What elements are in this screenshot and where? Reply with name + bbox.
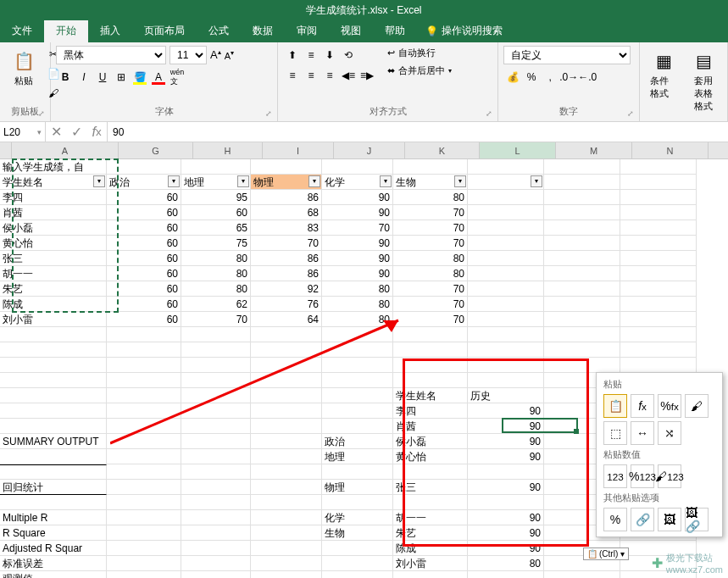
cell[interactable] xyxy=(107,525,181,541)
cell[interactable] xyxy=(468,327,544,342)
cell[interactable]: R Square xyxy=(0,525,107,541)
font-size-select[interactable]: 11 xyxy=(169,46,207,64)
cell[interactable] xyxy=(544,312,620,327)
font-name-select[interactable]: 黑体 xyxy=(56,46,166,64)
cell[interactable]: 86 xyxy=(251,190,322,205)
cell[interactable] xyxy=(620,175,697,190)
cell[interactable]: 90 xyxy=(468,449,544,464)
paste-link-button[interactable]: 🔗 xyxy=(631,508,654,531)
align-bottom-button[interactable]: ⬇ xyxy=(320,46,339,64)
cell[interactable] xyxy=(107,403,181,419)
cell[interactable] xyxy=(107,419,181,434)
cell[interactable] xyxy=(107,358,181,373)
cell[interactable] xyxy=(181,159,251,175)
col-header[interactable]: M xyxy=(556,142,632,158)
cell[interactable]: 70 xyxy=(322,220,393,236)
cell[interactable] xyxy=(322,571,393,578)
cell[interactable] xyxy=(251,464,322,480)
cell[interactable] xyxy=(251,541,322,556)
paste-formatting-button[interactable]: % xyxy=(603,508,627,531)
cell[interactable] xyxy=(0,373,107,388)
paste-options-ctrl-button[interactable]: 📋 (Ctrl) ▾ xyxy=(583,547,629,560)
cell[interactable]: 标准误差 xyxy=(0,556,107,571)
cell[interactable]: 60 xyxy=(107,251,181,266)
cell[interactable] xyxy=(107,480,181,495)
cell[interactable]: 学生姓名▾ xyxy=(0,175,107,190)
cell[interactable]: 黄心怡 xyxy=(393,449,468,464)
tab-data[interactable]: 数据 xyxy=(241,19,285,42)
cell[interactable] xyxy=(251,525,322,541)
cell[interactable] xyxy=(620,358,697,373)
tab-review[interactable]: 审阅 xyxy=(285,19,329,42)
cell[interactable] xyxy=(468,571,544,578)
cell[interactable]: 70 xyxy=(393,205,468,220)
cell[interactable] xyxy=(181,480,251,495)
cell[interactable] xyxy=(251,449,322,464)
cell[interactable]: 物理▾ xyxy=(251,175,322,190)
font-launcher[interactable]: ⤢ xyxy=(265,109,272,118)
cell[interactable] xyxy=(544,236,620,251)
cell[interactable] xyxy=(393,571,468,578)
align-right-button[interactable]: ≡ xyxy=(320,66,339,85)
cell[interactable]: 生物 xyxy=(322,525,393,541)
cell[interactable] xyxy=(251,495,322,510)
paste-values-source-button[interactable]: 🖌123 xyxy=(658,464,681,488)
cell[interactable] xyxy=(251,510,322,525)
cell[interactable]: 90 xyxy=(322,266,393,281)
cell[interactable]: 92 xyxy=(251,281,322,297)
align-center-button[interactable]: ≡ xyxy=(302,66,320,85)
cell[interactable]: 90 xyxy=(322,205,393,220)
cell[interactable] xyxy=(251,358,322,373)
cell[interactable]: 60 xyxy=(107,297,181,312)
cell[interactable]: 张三 xyxy=(393,480,468,495)
cell[interactable]: 90 xyxy=(322,236,393,251)
cell[interactable]: 70 xyxy=(251,236,322,251)
paste-values-button[interactable]: 123 xyxy=(603,464,627,488)
cell[interactable] xyxy=(181,510,251,525)
cell[interactable] xyxy=(107,327,181,342)
number-launcher[interactable]: ⤢ xyxy=(627,109,634,118)
cell[interactable] xyxy=(107,510,181,525)
border-button[interactable]: ⊞ xyxy=(112,68,131,86)
paste-button[interactable]: 📋 粘贴 xyxy=(5,46,42,89)
tab-view[interactable]: 视图 xyxy=(329,19,373,42)
cell[interactable]: 肖茜 xyxy=(393,419,468,434)
cell[interactable]: 朱艺 xyxy=(0,281,107,297)
cell[interactable] xyxy=(322,419,393,434)
cell[interactable]: 政治 xyxy=(322,434,393,449)
cell[interactable]: SUMMARY OUTPUT xyxy=(0,434,107,449)
cell[interactable]: 朱艺 xyxy=(393,525,468,541)
cell[interactable] xyxy=(620,327,697,342)
paste-no-borders-button[interactable]: ⬚ xyxy=(603,421,627,445)
cell[interactable] xyxy=(468,220,544,236)
filter-button[interactable]: ▾ xyxy=(454,175,466,187)
cell[interactable] xyxy=(181,434,251,449)
cell[interactable] xyxy=(544,159,620,175)
cell[interactable] xyxy=(544,251,620,266)
cell[interactable] xyxy=(251,327,322,342)
cell[interactable] xyxy=(107,342,181,358)
cell[interactable] xyxy=(107,434,181,449)
cell[interactable] xyxy=(468,297,544,312)
cell[interactable]: 肖茜 xyxy=(0,205,107,220)
cell[interactable] xyxy=(468,312,544,327)
decrease-decimal-button[interactable]: ←.0 xyxy=(578,68,597,86)
clipboard-launcher[interactable]: ⤢ xyxy=(38,109,45,118)
cell[interactable] xyxy=(322,495,393,510)
cell[interactable] xyxy=(393,373,468,388)
cell[interactable] xyxy=(322,556,393,571)
cell[interactable]: 90 xyxy=(468,541,544,556)
cell[interactable]: 80 xyxy=(322,312,393,327)
filter-button[interactable]: ▾ xyxy=(531,175,542,187)
tell-me-search[interactable]: 💡 操作说明搜索 xyxy=(417,19,511,42)
paste-linked-picture-button[interactable]: 🖼🔗 xyxy=(685,508,709,531)
cell[interactable] xyxy=(0,342,107,358)
bold-button[interactable]: B xyxy=(56,68,75,86)
cell[interactable] xyxy=(181,449,251,464)
decrease-font-button[interactable]: A▾ xyxy=(225,49,234,61)
cell[interactable] xyxy=(107,388,181,403)
cell[interactable] xyxy=(544,266,620,281)
paste-all-button[interactable]: 📋 xyxy=(603,394,627,418)
cell[interactable] xyxy=(620,159,697,175)
cell[interactable] xyxy=(0,495,107,510)
